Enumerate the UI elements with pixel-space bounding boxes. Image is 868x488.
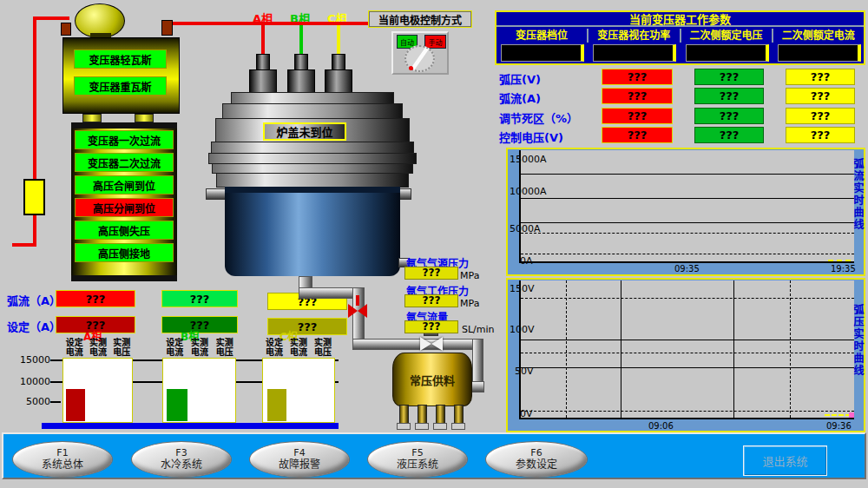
hv-line-top — [33, 16, 69, 20]
control-voltage-b: ??? — [694, 127, 764, 143]
table-header-tap: 变压器档位 — [496, 29, 587, 43]
vessel-leg — [436, 405, 445, 424]
arc-voltage-trend-chart: 150V 100V 50V 0V 09:06 09:36 弧压实时曲线 — [506, 278, 865, 432]
alarm-hv-open-position: 高压分闸到位 — [75, 198, 174, 217]
red-valve-icon — [348, 304, 367, 318]
transformer-foot — [135, 114, 154, 122]
deadband-label: 调节死区（%） — [499, 109, 578, 126]
xtick: 09:35 — [674, 264, 700, 274]
nav-label: 参数设定 — [486, 458, 587, 471]
transformer-light-gas-alarm: 变压器轻瓦斯 — [74, 49, 167, 69]
alarm-primary-overcurrent: 变压器一次过流 — [75, 130, 174, 149]
nav-f4-fault-alarm[interactable]: F4 故障报警 — [249, 441, 350, 478]
transformer-heavy-gas-alarm: 变压器重瓦斯 — [74, 76, 167, 96]
bar-ytick-15000: 15000 — [12, 354, 50, 366]
bar-columns-b: 设定电流 实测电流 实测电压 — [162, 338, 237, 357]
gas-work-pressure-unit: MPa — [460, 298, 479, 309]
gas-work-pressure-value: ??? — [404, 294, 458, 307]
xtick: 09:36 — [826, 421, 852, 431]
bar-a-setpoint — [66, 389, 85, 421]
pipe-horizontal-2 — [352, 339, 483, 350]
ytick: 15000A — [510, 154, 547, 165]
setpoint-row-label: 设定（A） — [7, 318, 61, 334]
nav-label: 系统总体 — [13, 458, 112, 471]
trend-title-arc-current: 弧流实时曲线 — [852, 158, 864, 269]
arc-current-b-box: ??? — [161, 290, 238, 307]
ytick: 100V — [510, 324, 535, 335]
table-value-current — [778, 44, 861, 62]
table-value-tap — [501, 44, 584, 62]
bar-panel-a — [62, 358, 133, 423]
ytick: 0V — [520, 408, 533, 419]
nav-label: 水冷系统 — [132, 458, 231, 471]
bar-columns-c: 设定电流 实测电流 实测电压 — [262, 338, 335, 357]
alarm-secondary-overcurrent: 变压器二次过流 — [75, 153, 174, 172]
table-header-power: 变压器视在功率 — [589, 29, 679, 43]
trend-title-arc-voltage: 弧压实时曲线 — [852, 304, 864, 415]
gas-flow-value: ??? — [404, 320, 458, 333]
arc-voltage-b: ??? — [694, 69, 764, 85]
electrode-c-stem — [332, 54, 345, 71]
furnace-lid-band — [231, 92, 394, 104]
furnace-vessel — [225, 187, 400, 276]
furnace-lid-band — [211, 142, 414, 154]
deadband-a: ??? — [602, 108, 673, 124]
arc-current-trend-chart: 15000A 10000A 5000A 0A 09:35 19:35 弧流实时曲… — [506, 148, 865, 276]
bar-ytick-10000: 10000 — [12, 376, 50, 387]
transformer-foot — [82, 114, 102, 122]
bar-columns-a: 设定电流 实测电流 实测电压 — [62, 338, 134, 357]
control-voltage-label: 控制电压(V) — [499, 129, 563, 145]
trend-plot-area — [519, 150, 854, 263]
nav-f5-hydraulic-system[interactable]: F5 液压系统 — [367, 441, 468, 478]
table-value-power — [593, 44, 676, 62]
dial-pointer-dot — [409, 66, 413, 70]
alarm-hv-ground: 高压侧接地 — [75, 243, 174, 262]
gas-source-pressure-value: ??? — [404, 267, 458, 280]
bar-b-setpoint — [167, 389, 187, 421]
bar-ytick-5000: 5000 — [12, 396, 50, 407]
arc-current-a: ??? — [602, 88, 673, 104]
nav-key: F1 — [13, 442, 112, 458]
table-title: 当前变压器工作参数 — [496, 12, 864, 27]
furnace-nozzle-left — [206, 188, 227, 200]
ytick: 10000A — [510, 186, 547, 197]
electrode-b-stem — [294, 54, 308, 71]
isolator-symbol — [23, 179, 45, 215]
vessel-foot — [415, 423, 429, 430]
furnace-lid-band — [222, 103, 403, 119]
setpoint-b-box: ??? — [161, 316, 238, 333]
transformer-terminal-left — [61, 23, 71, 36]
hmi-screen: 变压器轻瓦斯 变压器重瓦斯 变压器一次过流 变压器二次过流 高压合闸到位 高压分… — [0, 0, 868, 488]
arc-voltage-label: 弧压(V) — [499, 70, 541, 87]
control-voltage-a: ??? — [602, 127, 673, 143]
vessel-foot — [451, 423, 465, 430]
electrode-a-stem — [256, 54, 270, 71]
arc-current-a-box: ??? — [56, 290, 135, 307]
exit-system-button[interactable]: 退出系统 — [743, 445, 827, 476]
arc-current-b: ??? — [694, 88, 764, 104]
vessel-leg — [454, 405, 464, 424]
nav-f3-water-cooling[interactable]: F3 水冷系统 — [131, 441, 232, 478]
white-valve-icon — [420, 337, 443, 351]
trend-plot-area — [519, 280, 854, 419]
gas-source-pressure-unit: MPa — [460, 270, 479, 281]
transformer-param-table: 当前变压器工作参数 变压器档位 变压器视在功率 二次侧额定电压 二次侧额定电流 — [495, 10, 865, 65]
nav-f6-parameter-setting[interactable]: F6 参数设定 — [485, 441, 588, 478]
bar-c-setpoint — [267, 389, 286, 421]
deadband-b: ??? — [694, 108, 764, 124]
lid-status-label: 炉盖未到位 — [263, 122, 346, 141]
control-voltage-c: ??? — [786, 127, 855, 143]
nav-key: F5 — [368, 442, 467, 458]
vessel-leg — [399, 405, 409, 424]
furnace-lid-band — [216, 173, 409, 188]
bar-panel-c — [262, 358, 335, 423]
transformer-terminal-right — [161, 20, 173, 36]
arc-current-c: ??? — [786, 88, 855, 104]
bar-panel-b — [162, 358, 236, 423]
vessel-foot — [397, 423, 411, 430]
alarm-hv-close-position: 高压合闸到位 — [75, 175, 174, 195]
deadband-c: ??? — [786, 108, 855, 124]
alarm-hv-voltage-loss: 高压侧失压 — [75, 221, 174, 240]
bar-baseline — [42, 423, 339, 429]
nav-f1-system-overview[interactable]: F1 系统总体 — [12, 441, 113, 478]
